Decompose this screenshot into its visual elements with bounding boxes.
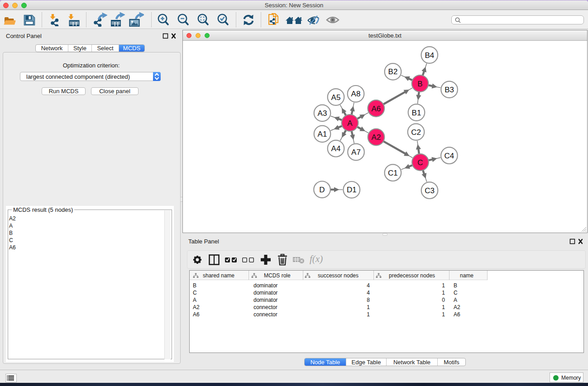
- svg-text:B2: B2: [388, 67, 398, 76]
- svg-text:A2: A2: [372, 133, 381, 142]
- svg-text:C1: C1: [388, 169, 398, 177]
- svg-text:B: B: [417, 80, 422, 88]
- svg-text:D1: D1: [347, 186, 357, 194]
- svg-text:C2: C2: [411, 128, 421, 137]
- svg-text:A1: A1: [318, 130, 327, 138]
- svg-text:B1: B1: [412, 109, 421, 117]
- svg-text:C4: C4: [445, 152, 454, 160]
- svg-text:B4: B4: [425, 51, 434, 60]
- svg-text:A8: A8: [351, 90, 361, 98]
- svg-text:A: A: [347, 119, 353, 128]
- svg-text:C3: C3: [425, 186, 435, 195]
- svg-text:D: D: [319, 186, 325, 194]
- svg-text:A7: A7: [351, 148, 361, 157]
- svg-text:A3: A3: [318, 109, 327, 118]
- svg-text:B3: B3: [445, 86, 454, 94]
- svg-text:C: C: [417, 158, 423, 167]
- svg-text:A6: A6: [371, 105, 381, 113]
- svg-text:A5: A5: [331, 93, 341, 102]
- svg-text:A4: A4: [331, 144, 341, 153]
